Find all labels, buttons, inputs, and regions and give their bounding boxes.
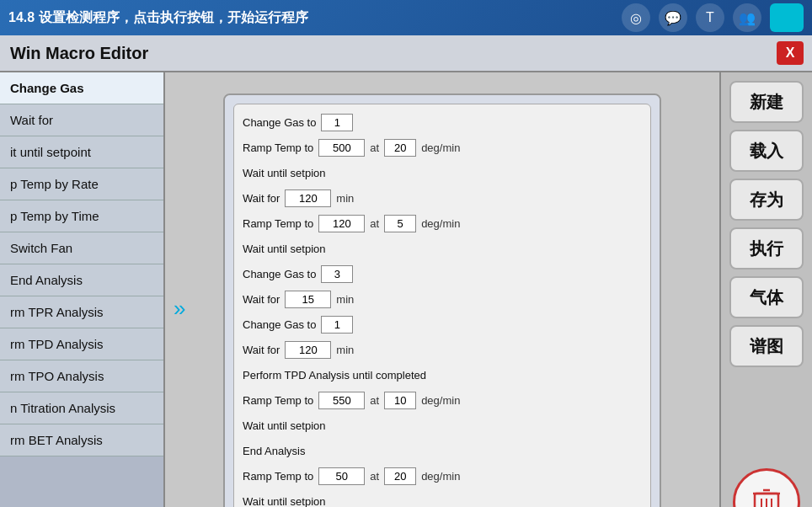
sidebar-item-6[interactable]: End Analysis bbox=[0, 264, 163, 296]
step-label-10: Perform TPD Analysis until completed bbox=[243, 369, 426, 382]
step-label-7: Wait for bbox=[243, 293, 280, 306]
title-bar: Win Macro Editor X bbox=[0, 35, 812, 72]
sidebar-item-5[interactable]: Switch Fan bbox=[0, 232, 163, 264]
step-at-input-4[interactable] bbox=[384, 215, 416, 232]
right-sidebar: 新建载入存为执行气体谱图 bbox=[719, 72, 812, 507]
step-input-8[interactable] bbox=[321, 316, 353, 334]
step-row-7: Wait for min bbox=[243, 288, 642, 310]
center-area: » Change Gas to Ramp Temp to at deg/min … bbox=[165, 72, 719, 507]
step-unit-1: deg/min bbox=[421, 141, 460, 154]
step-row-15: Wait until setpion bbox=[243, 490, 642, 507]
step-label-1: Ramp Temp to bbox=[243, 141, 313, 154]
step-label-11: Ramp Temp to bbox=[243, 394, 313, 407]
left-sidebar: Change GasWait forit until setpointp Tem… bbox=[0, 72, 165, 507]
step-row-3: Wait for min bbox=[243, 187, 642, 209]
step-unit-4: deg/min bbox=[421, 217, 460, 230]
save-btn[interactable]: 存为 bbox=[729, 179, 804, 221]
load-btn[interactable]: 载入 bbox=[729, 130, 804, 172]
sidebar-item-11[interactable]: rm BET Analysis bbox=[0, 424, 163, 456]
new-btn[interactable]: 新建 bbox=[729, 81, 804, 123]
step-label-14: Ramp Temp to bbox=[243, 470, 313, 483]
trash-button[interactable] bbox=[733, 468, 800, 507]
arrow-button[interactable]: » bbox=[174, 296, 185, 322]
step-row-0: Change Gas to bbox=[243, 111, 642, 133]
sidebar-item-9[interactable]: rm TPO Analysis bbox=[0, 360, 163, 392]
step-input-3[interactable] bbox=[285, 189, 331, 207]
chat-icon[interactable]: 💬 bbox=[659, 3, 687, 32]
step-at-14: at bbox=[370, 470, 379, 483]
step-label-4: Ramp Temp to bbox=[243, 217, 313, 230]
step-unit-7: min bbox=[336, 293, 354, 306]
step-input-4[interactable] bbox=[318, 215, 365, 232]
step-label-0: Change Gas to bbox=[243, 116, 316, 129]
sidebar-item-2[interactable]: it until setpoint bbox=[0, 136, 163, 168]
step-input-0[interactable] bbox=[321, 114, 353, 131]
step-unit-9: min bbox=[336, 344, 354, 356]
step-input-6[interactable] bbox=[321, 265, 353, 283]
icon-circle[interactable]: ◎ bbox=[622, 3, 650, 32]
step-row-14: Ramp Temp to at deg/min bbox=[243, 465, 642, 487]
step-label-9: Wait for bbox=[243, 344, 280, 356]
step-label-8: Change Gas to bbox=[243, 318, 316, 331]
top-bar-title: 14.8 设置检测程序，点击执行按钮，开始运行程序 bbox=[8, 9, 613, 27]
step-row-11: Ramp Temp to at deg/min bbox=[243, 389, 642, 411]
sidebar-item-3[interactable]: p Temp by Rate bbox=[0, 168, 163, 200]
step-input-1[interactable] bbox=[318, 139, 365, 157]
step-input-11[interactable] bbox=[318, 392, 365, 409]
step-row-9: Wait for min bbox=[243, 339, 642, 360]
sidebar-item-1[interactable]: Wait for bbox=[0, 104, 163, 136]
step-at-11: at bbox=[370, 394, 379, 407]
step-label-5: Wait until setpion bbox=[243, 243, 326, 255]
step-row-2: Wait until setpion bbox=[243, 162, 642, 184]
step-row-1: Ramp Temp to at deg/min bbox=[243, 136, 642, 158]
step-unit-11: deg/min bbox=[421, 394, 460, 407]
step-row-10: Perform TPD Analysis until completed bbox=[243, 364, 642, 386]
editor-area: Change Gas to Ramp Temp to at deg/min Wa… bbox=[223, 93, 661, 507]
sidebar-item-7[interactable]: rm TPR Analysis bbox=[0, 296, 163, 328]
step-row-8: Change Gas to bbox=[243, 313, 642, 335]
step-unit-14: deg/min bbox=[421, 470, 460, 483]
step-row-6: Change Gas to bbox=[243, 263, 642, 285]
main-layout: Change GasWait forit until setpointp Tem… bbox=[0, 72, 812, 507]
step-label-15: Wait until setpion bbox=[243, 495, 326, 508]
step-label-12: Wait until setpion bbox=[243, 419, 326, 432]
step-row-4: Ramp Temp to at deg/min bbox=[243, 212, 642, 234]
step-row-12: Wait until setpion bbox=[243, 414, 642, 436]
execute-btn[interactable]: 执行 bbox=[729, 227, 804, 270]
step-label-2: Wait until setpion bbox=[243, 167, 326, 179]
steps-container: Change Gas to Ramp Temp to at deg/min Wa… bbox=[233, 104, 651, 507]
step-label-3: Wait for bbox=[243, 192, 280, 205]
step-label-13: End Analysis bbox=[243, 445, 305, 457]
step-input-7[interactable] bbox=[285, 291, 331, 308]
step-row-5: Wait until setpion bbox=[243, 237, 642, 259]
gas-btn[interactable]: 气体 bbox=[729, 276, 804, 318]
step-label-6: Change Gas to bbox=[243, 268, 316, 280]
close-button[interactable]: X bbox=[777, 41, 804, 65]
step-at-input-14[interactable] bbox=[384, 467, 416, 485]
top-bar: 14.8 设置检测程序，点击执行按钮，开始运行程序 ◎ 💬 T 👥 bbox=[0, 0, 812, 35]
text-icon[interactable]: T bbox=[696, 3, 724, 32]
sidebar-item-0[interactable]: Change Gas bbox=[0, 72, 163, 104]
step-at-input-11[interactable] bbox=[384, 392, 416, 409]
step-at-4: at bbox=[370, 217, 379, 230]
sidebar-item-4[interactable]: p Temp by Time bbox=[0, 200, 163, 232]
window-title: Win Macro Editor bbox=[10, 44, 148, 63]
step-at-input-1[interactable] bbox=[384, 139, 416, 157]
spectrum-btn[interactable]: 谱图 bbox=[729, 325, 804, 367]
sidebar-item-8[interactable]: rm TPD Analysis bbox=[0, 328, 163, 360]
users-icon[interactable]: 👥 bbox=[733, 3, 761, 32]
step-unit-3: min bbox=[336, 192, 354, 205]
pause-button[interactable] bbox=[770, 3, 804, 32]
step-input-9[interactable] bbox=[285, 341, 331, 359]
sidebar-item-10[interactable]: n Titration Analysis bbox=[0, 392, 163, 424]
step-input-14[interactable] bbox=[318, 467, 365, 485]
step-row-13: End Analysis bbox=[243, 440, 642, 462]
step-at-1: at bbox=[370, 141, 379, 154]
